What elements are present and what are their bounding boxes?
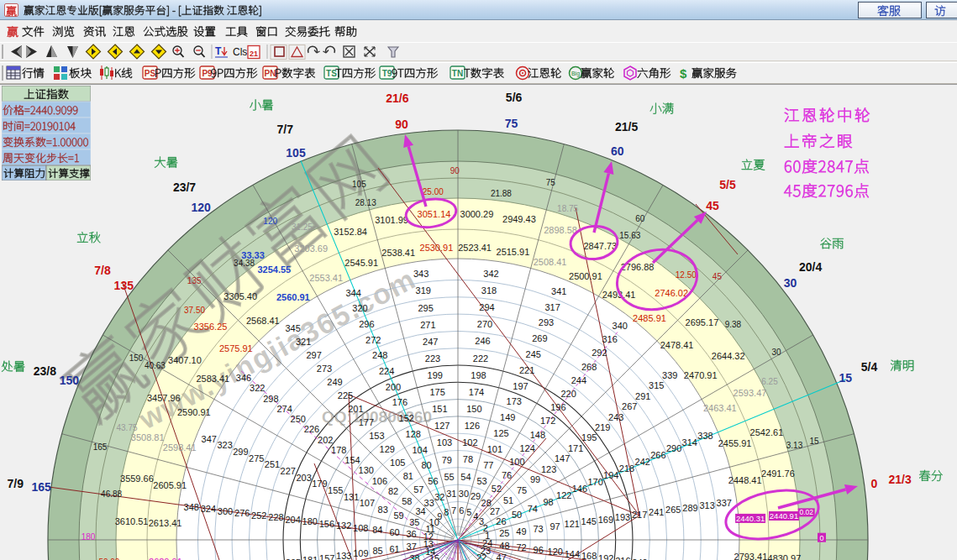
svg-text:2575.91: 2575.91: [219, 343, 253, 353]
svg-text:342: 342: [483, 269, 498, 279]
svg-text:25.00: 25.00: [423, 187, 444, 196]
svg-text:60: 60: [389, 527, 399, 537]
svg-text:249: 249: [327, 377, 342, 387]
svg-text:156: 156: [319, 519, 334, 529]
svg-text:PS: PS: [145, 69, 156, 78]
svg-text:155: 155: [328, 485, 343, 495]
svg-text:49: 49: [516, 526, 526, 536]
svg-text:80: 80: [421, 460, 431, 470]
svg-text:81: 81: [403, 471, 413, 481]
svg-text:151: 151: [432, 404, 447, 414]
svg-text:120: 120: [263, 217, 277, 226]
svg-text:318: 318: [481, 285, 497, 296]
svg-text:194: 194: [603, 470, 618, 480]
svg-text:132: 132: [336, 521, 351, 531]
svg-text:105: 105: [390, 458, 405, 468]
svg-text:21.88: 21.88: [491, 189, 512, 198]
svg-text:148: 148: [530, 430, 545, 440]
svg-text:219: 219: [595, 422, 610, 432]
svg-text:2590.91: 2590.91: [177, 407, 211, 417]
svg-text:73: 73: [533, 524, 543, 534]
svg-text:TN: TN: [452, 69, 463, 78]
svg-text:242: 242: [635, 457, 650, 467]
svg-text:150: 150: [129, 353, 144, 363]
svg-text:246: 246: [475, 336, 490, 346]
svg-text:289: 289: [682, 503, 697, 513]
svg-text:83: 83: [378, 505, 388, 515]
svg-text:34: 34: [415, 506, 425, 516]
svg-text:2440.31: 2440.31: [736, 514, 765, 523]
svg-text:290: 290: [666, 443, 681, 453]
svg-text:193: 193: [615, 512, 630, 522]
svg-text:30: 30: [772, 348, 782, 357]
svg-text:178: 178: [331, 445, 346, 455]
svg-text:2553.41: 2553.41: [309, 273, 343, 283]
svg-text:3.13: 3.13: [786, 441, 803, 450]
svg-text:274: 274: [276, 404, 292, 414]
svg-text:45: 45: [706, 199, 719, 212]
svg-text:107: 107: [360, 498, 375, 508]
svg-text:198: 198: [471, 370, 486, 380]
svg-text:224: 224: [379, 366, 394, 376]
svg-text:150: 150: [60, 374, 80, 387]
svg-text:157: 157: [319, 553, 334, 560]
svg-text:299: 299: [233, 447, 248, 457]
svg-text:18.75: 18.75: [557, 204, 578, 213]
svg-text:3457.96: 3457.96: [147, 393, 181, 403]
svg-text:223: 223: [425, 353, 440, 364]
svg-text:165: 165: [93, 442, 108, 452]
svg-text:343: 343: [413, 269, 429, 279]
svg-text:217: 217: [632, 510, 647, 520]
svg-text:340: 340: [613, 321, 628, 331]
svg-text:60: 60: [635, 214, 645, 223]
svg-text:320: 320: [352, 303, 367, 313]
svg-text:78: 78: [463, 454, 473, 464]
svg-text:72: 72: [516, 542, 526, 552]
svg-text:292: 292: [592, 348, 607, 358]
svg-text:144: 144: [565, 549, 580, 559]
svg-text:152: 152: [399, 413, 414, 423]
svg-text:101: 101: [487, 444, 502, 454]
svg-text:57: 57: [413, 484, 423, 495]
svg-text:102: 102: [462, 437, 477, 447]
svg-text:276: 276: [234, 508, 250, 518]
svg-text:181: 181: [302, 555, 318, 560]
svg-text:28: 28: [481, 498, 492, 508]
svg-text:26: 26: [496, 516, 506, 526]
svg-text:76: 76: [502, 470, 512, 480]
svg-text:200: 200: [386, 382, 401, 392]
svg-text:2568.41: 2568.41: [246, 316, 280, 326]
svg-text:0: 0: [871, 477, 878, 490]
svg-text:7/9: 7/9: [7, 477, 24, 490]
svg-text:50: 50: [512, 510, 522, 520]
svg-text:48: 48: [499, 541, 509, 551]
svg-text:172: 172: [540, 416, 555, 426]
svg-text:53: 53: [476, 476, 486, 486]
svg-text:313: 313: [699, 500, 714, 510]
svg-text:0.02: 0.02: [799, 508, 813, 516]
svg-text:135: 135: [114, 279, 134, 292]
svg-text:247: 247: [423, 337, 438, 347]
svg-text:Cls: Cls: [233, 46, 247, 58]
svg-text:103: 103: [437, 437, 452, 447]
svg-text:104: 104: [412, 445, 427, 455]
svg-text:271: 271: [420, 320, 435, 330]
svg-text:135: 135: [187, 276, 202, 285]
svg-text:37.50: 37.50: [184, 306, 205, 315]
svg-text:20/4: 20/4: [799, 260, 822, 274]
svg-text:2560.91: 2560.91: [276, 292, 310, 302]
svg-text:2598.41: 2598.41: [163, 442, 197, 453]
svg-text:2500.91: 2500.91: [569, 271, 602, 281]
svg-text:21: 21: [250, 50, 258, 58]
svg-text:298: 298: [263, 394, 278, 404]
svg-text:297: 297: [306, 350, 321, 360]
svg-text:5: 5: [466, 507, 471, 517]
svg-text:31.25: 31.25: [292, 222, 313, 232]
svg-text:2644.32: 2644.32: [712, 351, 745, 361]
svg-text:347: 347: [202, 434, 217, 444]
svg-text:170: 170: [587, 477, 602, 487]
svg-text:180: 180: [82, 532, 96, 542]
svg-text:202: 202: [318, 435, 333, 445]
svg-text:98: 98: [543, 497, 553, 507]
svg-text:296: 296: [359, 319, 374, 329]
